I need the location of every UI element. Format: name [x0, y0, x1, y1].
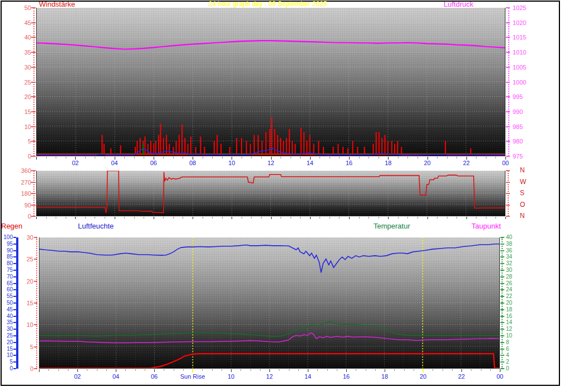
- x-axis-hour-label: 22: [455, 373, 468, 380]
- axis-tick: [500, 256, 504, 257]
- x-axis-hour-label: 04: [109, 373, 122, 380]
- x-axis-tick: [56, 157, 56, 158]
- x-axis-tick: [495, 217, 496, 219]
- humidity-axis-tick-label: 55: [0, 294, 13, 299]
- humidity-axis-tick-label: 45: [0, 307, 13, 312]
- axis-tick: [31, 156, 36, 157]
- x-axis-tick: [291, 157, 291, 158]
- x-axis-tick: [320, 217, 320, 219]
- sun-mark-tick: [192, 369, 193, 373]
- dewpoint-label: Taupunkt: [471, 222, 501, 230]
- compass-letter: O: [520, 201, 529, 208]
- temperature-axis-tick-label: 10: [506, 333, 519, 339]
- x-axis-tick: [394, 369, 395, 371]
- x-axis-tick: [379, 157, 379, 158]
- axis-tick: [500, 276, 504, 277]
- axis-tick: [500, 322, 504, 323]
- humidity-axis-tick-label: 0: [0, 366, 13, 371]
- axis-tick: [31, 67, 36, 68]
- axis-tick: [13, 244, 16, 245]
- x-axis-tick: [87, 369, 87, 371]
- x-axis-tick: [486, 157, 487, 158]
- temperature-axis-tick-label: 28: [506, 274, 519, 280]
- x-axis-tick: [327, 369, 328, 371]
- temperature-axis-tick-label: 30: [506, 267, 519, 273]
- axis-tick: [34, 346, 37, 348]
- x-axis-tick: [95, 157, 95, 158]
- axis-tick: [500, 237, 504, 238]
- axis-tick: [13, 250, 16, 251]
- x-axis-tick: [95, 217, 95, 219]
- axis-tick: [500, 270, 504, 271]
- x-axis-tick: [300, 217, 301, 219]
- wind-axis-tick-label: 25: [12, 79, 31, 86]
- direction-axis-tick-label: 270: [12, 179, 31, 186]
- wind-axis-tick-label: 5: [12, 138, 31, 145]
- x-axis-tick: [251, 217, 252, 219]
- humidity-axis-tick-label: 75: [0, 267, 13, 273]
- axis-tick: [506, 96, 510, 97]
- x-axis-tick: [106, 369, 107, 371]
- x-axis-tick: [222, 217, 223, 219]
- x-axis-tick: [242, 217, 242, 219]
- x-axis-tick: [359, 217, 360, 219]
- x-axis-tick: [456, 157, 457, 158]
- rain-axis-tick-label: 0: [19, 365, 33, 372]
- x-axis-tick: [495, 157, 496, 158]
- x-axis-hour-label: 06: [148, 373, 161, 380]
- x-axis-tick: [202, 369, 203, 371]
- x-axis-hour-label: 04: [108, 160, 121, 166]
- axis-tick: [506, 216, 510, 217]
- temperature-axis-tick-label: 18: [506, 307, 519, 312]
- x-axis-tick: [124, 217, 125, 219]
- axis-tick: [13, 270, 16, 271]
- wind-axis-tick-label: 15: [12, 108, 31, 115]
- sunrise-axis-label: Sun Rise: [178, 373, 207, 380]
- axis-tick: [31, 126, 36, 127]
- axis-tick: [500, 289, 504, 290]
- axis-tick: [31, 170, 36, 171]
- axis-tick: [31, 111, 36, 112]
- x-axis-tick: [261, 157, 262, 158]
- x-axis-tick: [279, 369, 279, 371]
- axis-tick: [34, 302, 37, 304]
- x-axis-tick: [66, 157, 66, 158]
- axis-tick: [13, 335, 16, 336]
- humidity-axis-tick-label: 80: [0, 261, 13, 266]
- x-axis-tick: [490, 369, 491, 371]
- axis-tick: [506, 182, 510, 183]
- x-axis-tick: [505, 217, 506, 219]
- temperature-axis-tick-label: 22: [506, 294, 519, 299]
- sun-mark-tick: [422, 369, 424, 373]
- pressure-axis-tick-label: 1010: [513, 49, 535, 56]
- pressure-axis-tick-label: 1015: [513, 34, 535, 41]
- x-axis-hour-label: 06: [147, 160, 160, 166]
- rain-axis-tick-label: 5: [19, 344, 33, 350]
- axis-tick: [506, 67, 510, 68]
- x-axis-tick: [125, 369, 126, 371]
- rain-axis-tick-label: 15: [19, 300, 33, 306]
- axis-tick: [500, 316, 504, 317]
- x-axis-tick: [164, 369, 164, 371]
- x-axis-tick: [261, 217, 262, 219]
- axis-tick: [31, 182, 36, 183]
- wind-axis-tick-label: 50: [12, 4, 31, 11]
- direction-axis-tick-label: 360: [12, 167, 31, 174]
- x-axis-tick: [407, 217, 408, 219]
- x-axis-hour-label: 10: [224, 373, 238, 380]
- wind-axis-tick-label: 40: [12, 34, 31, 41]
- axis-tick: [506, 7, 510, 8]
- temperature-axis-tick-label: 14: [506, 320, 519, 325]
- x-axis-tick: [48, 369, 49, 371]
- temperature-axis-tick-label: 4: [506, 353, 519, 358]
- wind-axis-tick-label: 30: [12, 64, 31, 71]
- axis-tick: [500, 283, 504, 284]
- x-axis-tick: [456, 217, 457, 219]
- x-axis-tick: [269, 369, 270, 372]
- axis-tick: [500, 250, 504, 251]
- x-axis-tick: [240, 369, 241, 371]
- x-axis-tick: [105, 157, 105, 158]
- x-axis-hour-label: 20: [421, 160, 434, 166]
- axis-tick: [500, 355, 504, 356]
- x-axis-tick: [250, 369, 251, 371]
